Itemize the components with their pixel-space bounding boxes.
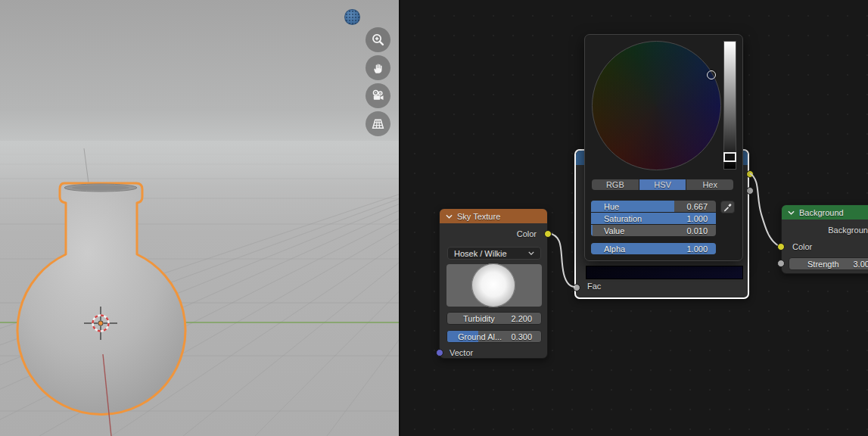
tab-rgb[interactable]: RGB xyxy=(592,179,639,190)
eyedropper-button[interactable] xyxy=(720,201,735,213)
grid-toggle-button[interactable] xyxy=(366,111,390,136)
color-ramp-gradient-bar[interactable] xyxy=(586,266,743,279)
hand-icon xyxy=(372,61,385,75)
sky-texture-header[interactable]: Sky Texture xyxy=(440,209,547,223)
color-mode-tabs: RGB HSV Hex xyxy=(592,179,733,190)
tab-hsv[interactable]: HSV xyxy=(639,179,686,190)
tab-hex[interactable]: Hex xyxy=(686,179,733,190)
zoom-button[interactable] xyxy=(366,27,390,52)
shader-node-editor[interactable]: Fac RGB HSV Hex Hue xyxy=(399,0,868,436)
saturation-slider[interactable]: Saturation 1.000 xyxy=(591,213,716,224)
color-wheel-cursor[interactable] xyxy=(707,70,716,79)
flask-opening-inner xyxy=(72,185,129,191)
horizon-haze xyxy=(0,141,399,186)
sky-preview xyxy=(446,264,542,307)
fac-input-socket[interactable] xyxy=(573,284,580,291)
camera-icon xyxy=(371,89,385,103)
viewport-sky xyxy=(0,0,399,146)
alpha-slider[interactable]: Alpha 1.000 xyxy=(591,243,716,254)
strength-slider[interactable]: Strength 3.000 xyxy=(789,257,868,270)
chevron-down-icon xyxy=(528,251,534,255)
sky-model-dropdown[interactable]: Hosek / Wilkie xyxy=(447,247,541,260)
background-title: Background xyxy=(799,208,844,217)
magnifier-plus-icon xyxy=(371,33,385,47)
vector-input-label: Vector xyxy=(450,348,473,357)
chevron-down-icon xyxy=(788,210,795,215)
grid-floor-icon xyxy=(371,117,385,131)
background-color-input-label: Color xyxy=(792,242,812,251)
hue-slider[interactable]: Hue 0.667 xyxy=(591,201,716,212)
background-color-input-socket[interactable] xyxy=(777,243,785,251)
background-strength-input-socket[interactable] xyxy=(777,260,785,267)
navigation-sphere[interactable] xyxy=(344,9,360,25)
sky-texture-node[interactable]: Sky Texture Color Hosek / Wilkie Turbidi… xyxy=(439,208,548,359)
pan-button[interactable] xyxy=(366,55,390,80)
chevron-down-icon xyxy=(446,214,453,219)
value-slider[interactable] xyxy=(723,41,736,170)
viewport-scene xyxy=(0,0,399,436)
camera-view-button[interactable] xyxy=(366,83,390,108)
background-header[interactable]: Background xyxy=(782,205,868,220)
background-output-label: Background xyxy=(828,226,868,235)
eyedropper-icon xyxy=(723,202,733,212)
ramp-alpha-output-socket[interactable] xyxy=(746,187,754,195)
sky-color-output-socket[interactable] xyxy=(544,230,552,238)
sky-preview-sphere xyxy=(471,263,515,307)
background-node[interactable]: Background Background Color Strength 3.0… xyxy=(781,204,868,274)
color-picker-popup: RGB HSV Hex Hue 0.667 Saturation 1.000 V… xyxy=(584,34,743,261)
3d-viewport[interactable] xyxy=(0,0,399,436)
fac-input-label: Fac xyxy=(587,282,601,291)
value-slider-handle[interactable] xyxy=(723,152,736,162)
ground-albedo-slider[interactable]: Ground Al... 0.300 xyxy=(446,330,542,343)
value-number-slider[interactable]: Value 0.010 xyxy=(591,225,716,236)
turbidity-slider[interactable]: Turbidity 2.200 xyxy=(446,312,542,325)
ramp-color-output-socket[interactable] xyxy=(746,170,754,178)
color-wheel[interactable] xyxy=(592,41,721,170)
sky-texture-title: Sky Texture xyxy=(457,212,500,221)
blender-window: Fac RGB HSV Hex Hue xyxy=(0,0,868,436)
vector-input-socket[interactable] xyxy=(436,349,443,357)
sky-color-output-label: Color xyxy=(517,229,537,238)
